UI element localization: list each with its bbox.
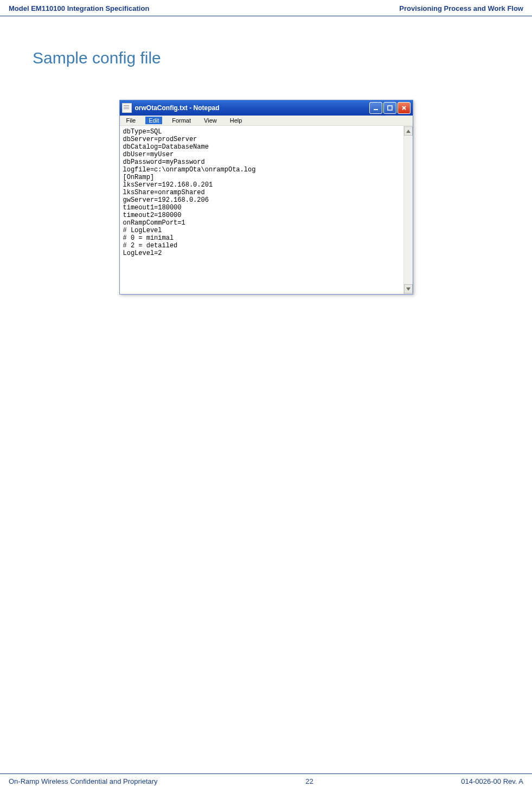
footer-center: 22 <box>305 777 313 785</box>
header-left: Model EM110100 Integration Specification <box>9 4 149 12</box>
scroll-down-button[interactable] <box>404 284 413 293</box>
minimize-icon <box>373 105 379 111</box>
menu-view[interactable]: View <box>201 117 220 124</box>
page-footer: On-Ramp Wireless Confidential and Propri… <box>0 773 532 785</box>
page-header: Model EM110100 Integration Specification… <box>0 0 532 16</box>
window-controls <box>369 102 411 114</box>
notepad-icon <box>122 103 132 113</box>
maximize-icon <box>387 105 393 111</box>
minimize-button[interactable] <box>369 102 382 114</box>
vertical-scrollbar[interactable] <box>403 126 413 294</box>
footer-right: 014-0026-00 Rev. A <box>461 777 523 785</box>
chevron-up-icon <box>406 130 411 133</box>
scroll-up-button[interactable] <box>404 126 413 136</box>
section-title: Sample config file <box>33 49 499 67</box>
close-button[interactable] <box>398 102 411 114</box>
svg-marker-4 <box>406 130 411 133</box>
close-icon <box>401 105 407 111</box>
svg-rect-1 <box>388 106 392 110</box>
notepad-window: orwOtaConfig.txt - Notepad File Edit For… <box>119 100 413 295</box>
titlebar[interactable]: orwOtaConfig.txt - Notepad <box>120 100 413 116</box>
footer-left: On-Ramp Wireless Confidential and Propri… <box>9 777 158 785</box>
header-right: Provisioning Process and Work Flow <box>399 4 523 12</box>
editor-area: dbType=SQL dbServer=prodServer dbCatalog… <box>120 126 413 294</box>
menu-edit[interactable]: Edit <box>145 117 162 124</box>
menu-file[interactable]: File <box>123 117 139 124</box>
window-title: orwOtaConfig.txt - Notepad <box>135 104 369 112</box>
menubar: File Edit Format View Help <box>120 116 413 126</box>
page-content: Sample config file orwOtaConfig.txt - No… <box>0 16 532 305</box>
svg-rect-0 <box>374 109 378 110</box>
chevron-down-icon <box>406 287 411 291</box>
menu-help[interactable]: Help <box>227 117 246 124</box>
maximize-button[interactable] <box>383 102 396 114</box>
editor-text[interactable]: dbType=SQL dbServer=prodServer dbCatalog… <box>120 126 403 294</box>
svg-marker-5 <box>406 287 411 291</box>
menu-format[interactable]: Format <box>169 117 194 124</box>
